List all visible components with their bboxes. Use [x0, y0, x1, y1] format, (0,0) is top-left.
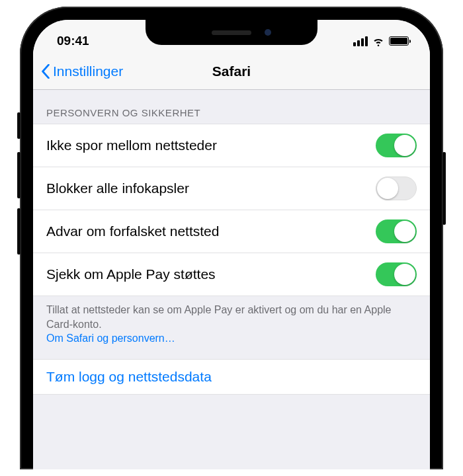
volume-down-button	[17, 208, 21, 255]
mute-switch	[17, 112, 21, 139]
toggle-block-all-cookies[interactable]	[376, 177, 417, 200]
settings-list: Ikke spor mellom nettsteder Blokker alle…	[33, 124, 430, 296]
row-label: Sjekk om Apple Pay støttes	[46, 266, 216, 282]
back-label: Innstillinger	[53, 63, 123, 79]
toggle-prevent-cross-site-tracking[interactable]	[376, 134, 417, 157]
section-footer: Tillat at nettsteder kan se om Apple Pay…	[33, 296, 430, 359]
row-check-apple-pay: Sjekk om Apple Pay støttes	[33, 253, 430, 296]
row-label: Advar om forfalsket nettsted	[46, 223, 219, 239]
speaker-grille	[212, 30, 251, 35]
front-camera	[265, 29, 271, 36]
page-title: Safari	[212, 63, 251, 79]
row-fraudulent-website-warning: Advar om forfalsket nettsted	[33, 210, 430, 253]
row-label: Ikke spor mellom nettsteder	[46, 138, 217, 153]
status-time: 09:41	[57, 34, 89, 48]
toggle-fraudulent-website-warning[interactable]	[376, 219, 417, 243]
screen: 09:41 Innstillinger Safari	[33, 20, 430, 469]
toggle-check-apple-pay[interactable]	[376, 262, 417, 286]
wifi-icon	[372, 34, 385, 48]
cellular-signal-icon	[353, 36, 368, 46]
battery-icon	[389, 36, 409, 46]
power-button	[442, 152, 446, 225]
status-indicators	[353, 34, 409, 48]
row-prevent-cross-site-tracking: Ikke spor mellom nettsteder	[33, 124, 430, 167]
footer-text: Tillat at nettsteder kan se om Apple Pay…	[46, 304, 391, 330]
clear-history-button[interactable]: Tøm logg og nettstedsdata	[33, 359, 430, 395]
privacy-link[interactable]: Om Safari og personvern…	[46, 333, 175, 344]
iphone-device-frame: 09:41 Innstillinger Safari	[20, 7, 443, 469]
chevron-left-icon	[41, 64, 50, 79]
navigation-bar: Innstillinger Safari	[33, 53, 430, 90]
back-button[interactable]: Innstillinger	[41, 63, 123, 79]
notch	[146, 20, 317, 45]
volume-up-button	[17, 152, 21, 198]
row-block-all-cookies: Blokker alle infokapsler	[33, 167, 430, 210]
section-header: PERSONVERN OG SIKKERHET	[33, 90, 430, 124]
row-label: Blokker alle infokapsler	[46, 180, 189, 196]
